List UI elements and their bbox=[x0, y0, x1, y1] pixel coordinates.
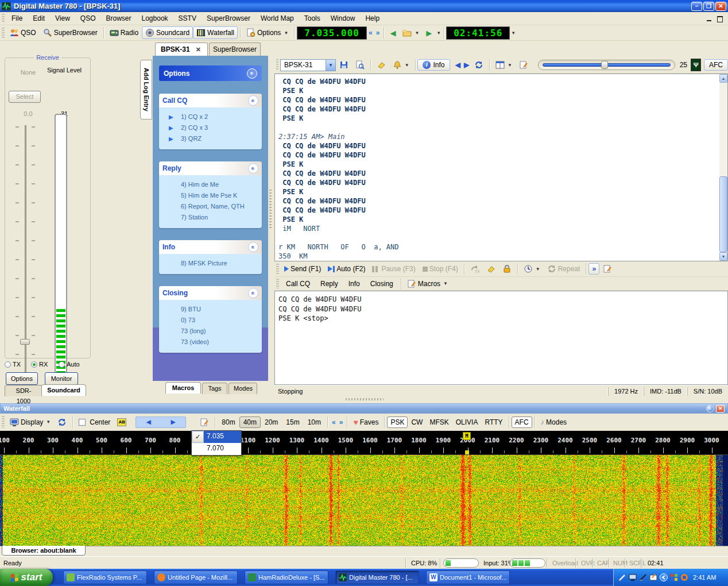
signal-marker[interactable]: M bbox=[463, 432, 471, 440]
tuning-fork-button[interactable]: Ψ bbox=[691, 59, 701, 71]
scroll-down-icon[interactable]: ▼ bbox=[719, 252, 727, 261]
macro-item[interactable]: 6) Report, Name, QTH bbox=[159, 201, 262, 212]
erase-button[interactable] bbox=[373, 59, 389, 71]
superbrowser-button[interactable]: SuperBrowser bbox=[40, 26, 101, 39]
info-button[interactable]: iInfo bbox=[417, 59, 450, 71]
task-dm780[interactable]: Digital Master 780 - [... bbox=[335, 570, 419, 584]
rx-radio[interactable]: RX bbox=[31, 361, 48, 368]
macro-bar-info[interactable]: Info bbox=[343, 279, 365, 289]
task-flexradio[interactable]: FlexRadio Systems P... bbox=[63, 570, 147, 584]
auto-button[interactable]: Auto (F2) bbox=[324, 263, 369, 275]
minimize-button[interactable]: – bbox=[691, 2, 702, 11]
grid-tray-icon[interactable] bbox=[670, 573, 678, 581]
tab-superbrowser[interactable]: SuperBrowser bbox=[209, 43, 261, 56]
modes-menu-button[interactable]: ♪Modes bbox=[537, 416, 571, 428]
task-hrd[interactable]: HamRadioDeluxe - [S... bbox=[245, 570, 328, 584]
history-back-button[interactable]: ◀ bbox=[386, 27, 399, 39]
properties-button[interactable] bbox=[516, 59, 532, 71]
mode-olivia[interactable]: OLIVIA bbox=[452, 417, 482, 428]
repeat-button[interactable]: Repeat bbox=[544, 263, 584, 275]
send-button[interactable]: Send (F1) bbox=[281, 263, 324, 275]
receive-text-area[interactable]: CQ CQ de W4DFU W4DFU PSE K CQ CQ de W4DF… bbox=[274, 74, 728, 261]
add-log-entry-tab[interactable]: Add Log Entry bbox=[140, 60, 152, 119]
mdi-restore-icon[interactable] bbox=[716, 16, 723, 22]
macro-item[interactable]: ▶1) CQ x 2 bbox=[159, 111, 262, 122]
history-dropdown-icon[interactable]: ▼ bbox=[436, 30, 441, 36]
preview-button[interactable] bbox=[352, 59, 368, 71]
monitor-button[interactable]: Monitor bbox=[45, 372, 78, 385]
collapse-chevron-icon[interactable]: « bbox=[248, 163, 258, 174]
macro-item[interactable]: 7) Station bbox=[159, 212, 262, 223]
restore-button[interactable]: ❐ bbox=[703, 2, 714, 11]
macro-bar-closing[interactable]: Closing bbox=[365, 279, 398, 289]
mdi-minimize-icon[interactable] bbox=[706, 16, 714, 22]
menu-logbook[interactable]: Logbook bbox=[137, 13, 173, 24]
freq-prev-icon[interactable]: « bbox=[367, 29, 374, 37]
squelch-slider[interactable] bbox=[538, 60, 675, 70]
waterfall-spectrogram[interactable] bbox=[0, 455, 728, 546]
macro-item[interactable]: ▶2) CQ x 3 bbox=[159, 122, 262, 133]
macro-bar-reply[interactable]: Reply bbox=[315, 279, 343, 289]
expand-chevron-icon[interactable]: » bbox=[247, 68, 257, 79]
volume-slider-thumb[interactable] bbox=[20, 339, 30, 345]
schedule-button[interactable]: ▼ bbox=[520, 263, 544, 275]
macro-item[interactable]: 0) 73 bbox=[159, 315, 262, 326]
display-button[interactable]: Display▼ bbox=[6, 416, 54, 429]
tab-tags[interactable]: Tags bbox=[202, 383, 227, 394]
firefox-tray-icon[interactable] bbox=[680, 573, 688, 581]
menu-sstv[interactable]: SSTV bbox=[173, 13, 202, 24]
macro-item[interactable]: ▶3) QRZ bbox=[159, 133, 262, 144]
faves-button[interactable]: ♥Faves bbox=[350, 416, 382, 429]
options-button[interactable]: Options▼ bbox=[243, 26, 292, 39]
tab-modes[interactable]: Modes bbox=[229, 383, 257, 394]
mode-mfsk[interactable]: MFSK bbox=[426, 417, 452, 428]
band-next-icon[interactable]: » bbox=[338, 418, 345, 426]
menu-file[interactable]: File bbox=[6, 13, 28, 24]
afc-button[interactable]: AFC bbox=[704, 59, 728, 71]
waterfall-frequency-scale[interactable]: 1002003004005006007008009001000110012001… bbox=[0, 431, 728, 455]
menu-browser[interactable]: Browser bbox=[101, 13, 137, 24]
collapse-chevron-icon[interactable]: « bbox=[248, 288, 258, 298]
abort-tx-button[interactable]: TX bbox=[467, 263, 483, 275]
band-40m[interactable]: 40m bbox=[239, 417, 261, 428]
favourites-folder-button[interactable]: ▼ bbox=[399, 26, 423, 39]
tx-radio[interactable]: TX bbox=[5, 361, 21, 368]
tab-browser[interactable]: Browser: about:blank bbox=[2, 546, 86, 556]
macro-item[interactable]: 5) Him de Me Pse K bbox=[159, 190, 262, 201]
tab-bpsk-31[interactable]: BPSK-31 ✕ bbox=[155, 43, 208, 56]
freq-next-icon[interactable]: » bbox=[374, 29, 382, 37]
menu-superbrowser[interactable]: SuperBrowser bbox=[202, 13, 255, 24]
lock-button[interactable] bbox=[499, 263, 515, 275]
pen-tray-icon[interactable] bbox=[618, 573, 626, 581]
collapse-chevron-icon[interactable]: « bbox=[248, 242, 258, 252]
macro-bar-call-cq[interactable]: Call CQ bbox=[281, 279, 315, 289]
band-80m[interactable]: 80m bbox=[218, 417, 239, 428]
waterfall-afc-button[interactable]: AFC bbox=[512, 417, 532, 428]
history-forward-button[interactable]: ▶ bbox=[423, 27, 435, 39]
waterfall-button[interactable]: Waterfall bbox=[193, 26, 238, 39]
horizontal-splitter[interactable] bbox=[346, 398, 384, 400]
alerts-button[interactable]: ▼ bbox=[389, 59, 413, 71]
soundcard-options-button[interactable]: Options bbox=[6, 372, 38, 385]
prev-signal-icon[interactable]: ◀ bbox=[454, 61, 462, 69]
macro-item[interactable]: 73 (video) bbox=[159, 337, 262, 348]
squelch-slider-thumb[interactable] bbox=[601, 61, 608, 69]
band-20m[interactable]: 20m bbox=[261, 417, 282, 428]
close-button[interactable]: ✕ bbox=[715, 2, 726, 11]
refresh-button[interactable] bbox=[471, 59, 487, 71]
layout-button[interactable]: ▼ bbox=[492, 59, 516, 71]
scroll-thumb[interactable] bbox=[719, 176, 727, 252]
display-tray-icon[interactable] bbox=[629, 573, 637, 581]
mode-dropdown-icon[interactable]: ▼ bbox=[326, 60, 335, 71]
menu-help[interactable]: Help bbox=[360, 13, 385, 24]
qso-button[interactable]: QSO bbox=[6, 26, 40, 39]
tab-soundcard[interactable]: Soundcard bbox=[41, 384, 86, 396]
waterfall-refresh-icon[interactable] bbox=[706, 405, 714, 412]
frequency-option-other[interactable]: 7.070 bbox=[192, 443, 241, 455]
menu-tools[interactable]: Tools bbox=[299, 13, 326, 24]
stop-button[interactable]: Stop (F4) bbox=[419, 263, 462, 275]
macro-item[interactable]: 9) BTU bbox=[159, 304, 262, 315]
menu-view[interactable]: View bbox=[50, 13, 75, 24]
ab-button[interactable]: AB bbox=[114, 417, 130, 428]
mode-psk[interactable]: PSK bbox=[387, 417, 408, 428]
